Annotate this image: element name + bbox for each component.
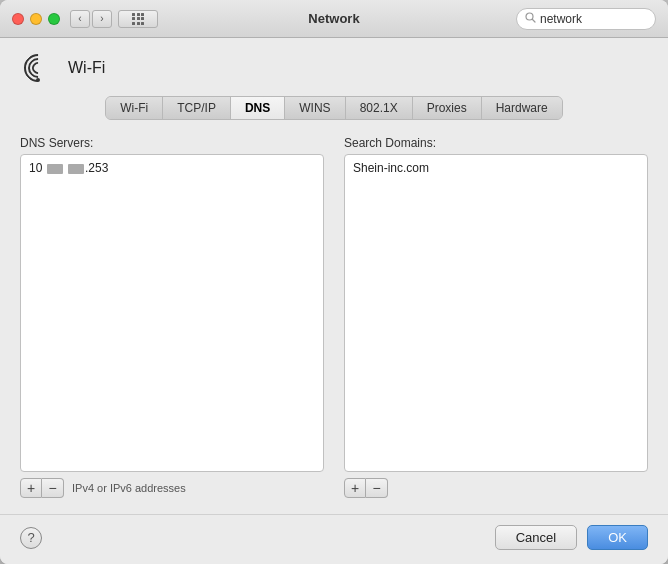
ip-suffix: .253 [85, 161, 108, 175]
search-domains-label: Search Domains: [344, 136, 648, 150]
search-box: ✕ [516, 8, 656, 30]
wifi-label: Wi-Fi [68, 59, 105, 77]
tab-dns[interactable]: DNS [231, 97, 285, 119]
tab-tcpip[interactable]: TCP/IP [163, 97, 231, 119]
search-icon [525, 12, 536, 25]
dns-add-button[interactable]: + [20, 478, 42, 498]
search-domains-list[interactable]: Shein-inc.com [344, 154, 648, 472]
svg-point-0 [526, 13, 533, 20]
tabs-container: Wi-Fi TCP/IP DNS WINS 802.1X Proxies Har… [20, 96, 648, 120]
wifi-icon [20, 54, 56, 82]
minimize-button[interactable] [30, 13, 42, 25]
cancel-button[interactable]: Cancel [495, 525, 577, 550]
network-window: ‹ › Network ✕ [0, 0, 668, 564]
title-bar: ‹ › Network ✕ [0, 0, 668, 38]
traffic-lights [12, 13, 60, 25]
tab-wifi[interactable]: Wi-Fi [106, 97, 163, 119]
domain-remove-button[interactable]: − [366, 478, 388, 498]
dns-server-entry: 10 .253 [25, 159, 319, 177]
close-button[interactable] [12, 13, 24, 25]
tab-8021x[interactable]: 802.1X [346, 97, 413, 119]
tab-hardware[interactable]: Hardware [482, 97, 562, 119]
tabs: Wi-Fi TCP/IP DNS WINS 802.1X Proxies Har… [105, 96, 562, 120]
ok-button[interactable]: OK [587, 525, 648, 550]
dns-servers-controls: + − IPv4 or IPv6 addresses [20, 478, 324, 498]
forward-button[interactable]: › [92, 10, 112, 28]
dns-servers-list[interactable]: 10 .253 [20, 154, 324, 472]
tab-wins[interactable]: WINS [285, 97, 345, 119]
window-title: Network [308, 11, 359, 26]
masked-octet-2 [68, 164, 84, 174]
wifi-header: Wi-Fi [20, 54, 648, 82]
main-content: Wi-Fi Wi-Fi TCP/IP DNS WINS 802.1X Proxi… [0, 38, 668, 514]
action-buttons: Cancel OK [495, 525, 648, 550]
dns-remove-button[interactable]: − [42, 478, 64, 498]
back-button[interactable]: ‹ [70, 10, 90, 28]
dns-servers-label: DNS Servers: [20, 136, 324, 150]
tab-proxies[interactable]: Proxies [413, 97, 482, 119]
ip-separator [64, 161, 67, 175]
svg-line-1 [533, 20, 536, 23]
help-button[interactable]: ? [20, 527, 42, 549]
nav-buttons: ‹ › [70, 10, 112, 28]
grid-icon [132, 13, 144, 25]
search-domain-entry: Shein-inc.com [349, 159, 643, 177]
grid-view-button[interactable] [118, 10, 158, 28]
ip-prefix: 10 [29, 161, 46, 175]
dns-panels: DNS Servers: 10 .253 + − IPv4 or IPv6 ad… [20, 136, 648, 498]
domain-add-button[interactable]: + [344, 478, 366, 498]
search-domains-panel: Search Domains: Shein-inc.com + − [344, 136, 648, 498]
maximize-button[interactable] [48, 13, 60, 25]
dns-hint: IPv4 or IPv6 addresses [72, 482, 186, 494]
wifi-dot [36, 78, 40, 82]
dns-servers-panel: DNS Servers: 10 .253 + − IPv4 or IPv6 ad… [20, 136, 324, 498]
search-domains-controls: + − [344, 478, 648, 498]
masked-octet-1 [47, 164, 63, 174]
search-input[interactable] [540, 12, 668, 26]
bottom-bar: ? Cancel OK [0, 514, 668, 564]
